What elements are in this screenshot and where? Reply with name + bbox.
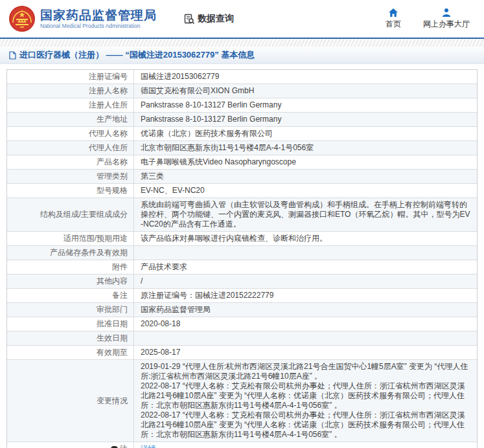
row-label-text: 有效期至 [97,348,128,357]
home-icon [388,8,398,17]
table-row: 结构及组成/主要组成成分系统由前端可弯曲插入管（由主软管以及弯曲管构成）和手柄组… [7,198,477,232]
data-query-icon [184,14,195,25]
row-value: 国械注进20153062779 [134,70,477,84]
row-value: 电子鼻咽喉镜系统Video Nasopharyngoscope [134,155,477,169]
row-label: 批准日期 [7,317,134,331]
site-logo[interactable]: 国家药品监督管理局 National Medical Products Admi… [9,6,157,32]
row-label-text: 适用范围/预期用途 [63,234,128,243]
nav-item-service-hall[interactable]: 网上办事大厅 [423,8,470,30]
org-name-en: National Medical Products Administration [40,23,157,30]
row-value-text: 产品技术要求 [141,262,187,272]
table-row: 代理人名称优诺康（北京）医药技术服务有限公司 [7,127,477,141]
row-value: 产品技术要求 [134,260,477,274]
row-value-text: Pankstrasse 8-10-13127 Berlin Germany [141,100,281,110]
row-label: 代理人住所 [7,141,134,155]
hatch-strip [0,39,484,47]
data-query-text: 数据查询 [198,13,234,25]
table-row: 注册人住所Pankstrasse 8-10-13127 Berlin Germa… [7,98,477,113]
row-value: 第三类 [134,170,477,183]
row-value: 系统由前端可弯曲插入管（由主软管以及弯曲管构成）和手柄组成。在手柄上有控制前端弯… [134,198,477,231]
row-label: 产品名称 [7,155,134,169]
row-label: 型号规格 [7,184,134,197]
row-value-text: 2025-08-17 [141,348,180,357]
row-value-text: 北京市朝阳区惠新东街11号1号楼4层A-4-1号056室 [141,143,314,153]
table-row: 注详情 [7,442,477,448]
row-value-text: 国械注进20153062779 [141,72,219,82]
row-value: EV-NC、EV-NC20 [134,184,477,197]
row-value-text: / [141,276,143,286]
table-row: 附件产品技术要求 [7,260,477,274]
row-label: 注册人名称 [7,84,134,98]
info-table-body: 注册证编号国械注进20153062779注册人名称德国艾克松有限公司XION G… [7,70,477,448]
row-value-text: 第三类 [141,172,164,181]
row-value-text: Pankstrasse 8-10-13127 Berlin Germany [141,115,281,124]
nav-item-home[interactable]: 首页 [386,8,401,30]
row-value: 2025-08-17 [134,346,477,359]
row-label: 其他内容 [7,274,134,288]
row-value [134,331,477,345]
row-value-text: 电子鼻咽喉镜系统Video Nasopharyngoscope [141,157,296,167]
table-row: 代理人住所北京市朝阳区惠新东街11号1号楼4层A-4-1号056室 [7,141,477,155]
row-label: 产品储存条件及有效期 [7,246,134,260]
row-value [134,246,477,260]
table-row: 审批部门国家药品监督管理局 [7,303,477,317]
row-label: 管理类别 [7,170,134,183]
detail-link[interactable]: 详情 [141,444,156,448]
row-value-text: 原注册证编号：国械注进20152222779 [141,291,273,300]
row-value-text: 国家药品监督管理局 [141,305,211,315]
row-value-text: 2019-01-29 “代理人住所:杭州市西湖区灵溪北路21号合生国贸中心1幢5… [141,362,470,440]
row-value-text: 德国艾克松有限公司XION GmbH [141,86,254,96]
row-label-text: 管理类别 [97,172,128,181]
row-value-text: EV-NC、EV-NC20 [141,186,205,196]
table-row: 其他内容/ [7,274,477,289]
row-value: 2020-08-18 [134,317,477,331]
row-label-text: 备注 [112,291,128,300]
row-value: Pankstrasse 8-10-13127 Berlin Germany [134,98,477,112]
row-label: 审批部门 [7,303,134,317]
table-row: 有效期至2025-08-17 [7,346,477,360]
row-label: 附件 [7,260,134,274]
row-label-text: 变更情况 [97,396,128,406]
table-row: 管理类别第三类 [7,170,477,184]
nav-item-label: 网上办事大厅 [423,19,470,30]
row-label: 有效期至 [7,346,134,359]
data-query-label: 数据查询 [184,13,234,25]
row-label-text: 产品储存条件及有效期 [50,248,128,258]
table-row: 型号规格EV-NC、EV-NC20 [7,184,477,198]
row-label: 适用范围/预期用途 [7,232,134,245]
row-value-text: 该产品临床对鼻咽喉进行内窥镜检查、诊断和治疗用。 [141,234,327,243]
row-label: 注册人住所 [7,98,134,112]
table-row: 产品名称电子鼻咽喉镜系统Video Nasopharyngoscope [7,155,477,170]
row-label: 生效日期 [7,331,134,345]
national-emblem-icon [9,6,35,32]
row-value-text: 优诺康（北京）医药技术服务有限公司 [141,129,273,139]
table-row: 批准日期2020-08-18 [7,317,477,331]
row-label-text: 结构及组成/主要组成成分 [40,210,128,219]
site-header: 国家药品监督管理局 National Medical Products Admi… [0,0,484,38]
table-row: 注册证编号国械注进20153062779 [7,70,477,84]
nav-item-label: 首页 [386,19,401,30]
table-row: 产品储存条件及有效期 [7,246,477,260]
document-icon [9,51,16,60]
row-value: 详情 [134,442,477,448]
row-label: 注册证编号 [7,70,134,84]
row-label-text: 批准日期 [97,319,128,329]
row-label-text: 注册证编号 [89,72,128,82]
breadcrumb-text: 进口医疗器械（注册） —— “国械注进20153062779” 基本信息 [19,49,255,61]
row-label-text: 代理人名称 [89,129,128,139]
row-value: 原注册证编号：国械注进20152222779 [134,289,477,302]
row-label-text: 审批部门 [97,305,128,315]
row-value-text: 2020-08-18 [141,319,180,329]
table-row: 生产地址Pankstrasse 8-10-13127 Berlin German… [7,113,477,127]
org-name-zh: 国家药品监督管理局 [40,8,157,23]
row-label: 变更情况 [7,360,134,442]
table-row: 注册人名称德国艾克松有限公司XION GmbH [7,84,477,98]
user-icon [441,8,452,17]
row-label-text: 生产地址 [97,115,128,124]
row-value: Pankstrasse 8-10-13127 Berlin Germany [134,113,477,126]
table-row: 适用范围/预期用途该产品临床对鼻咽喉进行内窥镜检查、诊断和治疗用。 [7,232,477,246]
row-value: 2019-01-29 “代理人住所:杭州市西湖区灵溪北路21号合生国贸中心1幢5… [134,360,477,442]
row-label-text: 注册人名称 [89,86,128,96]
row-label: 结构及组成/主要组成成分 [7,198,134,231]
row-label-text: 产品名称 [97,157,128,167]
